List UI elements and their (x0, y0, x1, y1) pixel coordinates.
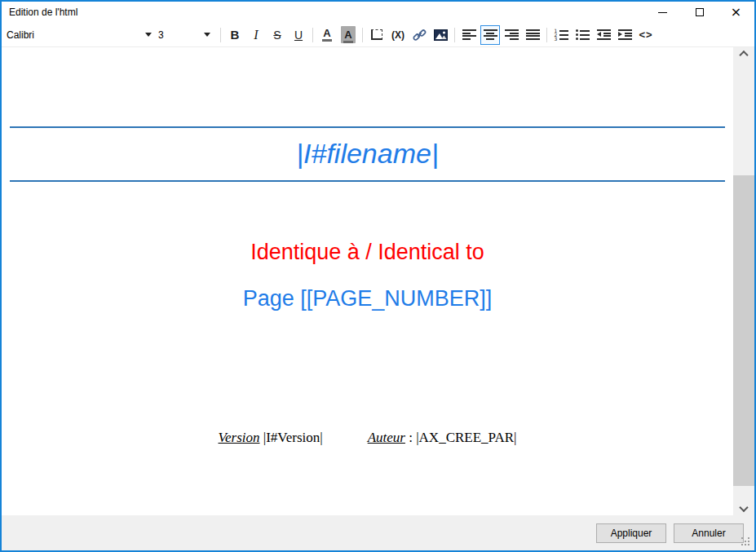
identical-text: Identique à / Identical to (10, 239, 725, 265)
bold-icon: B (231, 28, 240, 42)
bold-button[interactable]: B (225, 25, 245, 45)
author-value: |AX_CREE_PAR| (416, 430, 516, 445)
underline-icon: U (294, 29, 303, 42)
maximize-icon (696, 8, 704, 16)
scroll-down-button[interactable] (733, 497, 754, 515)
font-color-button[interactable]: A (317, 25, 337, 45)
vertical-scrollbar[interactable] (733, 47, 754, 515)
font-size-value: 3 (158, 29, 164, 41)
scrollbar-thumb[interactable] (733, 175, 754, 486)
unordered-list-icon (576, 29, 590, 40)
dialog-footer: Appliquer Annuler (2, 515, 754, 550)
italic-icon: I (254, 28, 258, 42)
align-center-icon (484, 29, 497, 40)
author-colon: : (405, 430, 416, 445)
filename-placeholder-text: |I#filename| (10, 136, 725, 171)
resize-grip[interactable] (741, 537, 751, 547)
toolbar-separator (454, 28, 455, 42)
align-left-button[interactable] (459, 25, 479, 45)
outdent-button[interactable] (594, 25, 613, 45)
window-title: Edition de l'html (2, 7, 644, 18)
ordered-list-icon: 1 2 3 (555, 29, 568, 40)
unordered-list-button[interactable] (573, 25, 592, 45)
horizontal-rule-top (10, 126, 725, 128)
close-icon: × (731, 6, 741, 19)
insert-field-button[interactable]: (X) (388, 25, 408, 45)
ordered-list-button[interactable]: 1 2 3 (551, 25, 571, 45)
align-left-icon (462, 29, 476, 40)
horizontal-rule-bottom (10, 180, 725, 182)
window-controls: × (644, 2, 754, 23)
scroll-up-button[interactable] (733, 47, 754, 65)
indent-icon (618, 29, 632, 40)
italic-button[interactable]: I (246, 25, 266, 45)
cancel-button[interactable]: Annuler (674, 523, 744, 543)
font-family-value: Calibri (7, 29, 34, 41)
html-editor-canvas[interactable]: |I#filename| Identique à / Identical to … (2, 47, 754, 515)
toolbar-separator (546, 28, 547, 42)
align-right-icon (505, 29, 519, 40)
link-icon (413, 29, 427, 42)
underline-button[interactable]: U (289, 25, 308, 45)
dashed-box-icon (371, 29, 382, 40)
source-code-button[interactable]: <> (636, 25, 656, 45)
html-edit-dialog: Edition de l'html × Calibri 3 B I S U A … (0, 0, 756, 552)
strikethrough-button[interactable]: S (267, 25, 287, 45)
highlight-color-button[interactable]: A (338, 25, 358, 45)
page-number-text: Page [[PAGE_NUMBER]] (10, 285, 725, 311)
version-label: Version (219, 430, 260, 445)
field-x-icon: (X) (391, 29, 405, 41)
author-group: Auteur : |AX_CREE_PAR| (368, 430, 517, 445)
align-right-button[interactable] (502, 25, 521, 45)
chevron-down-icon (145, 33, 152, 37)
insert-link-button[interactable] (409, 25, 429, 45)
minimize-icon (658, 12, 667, 13)
toolbar-separator (220, 28, 221, 42)
minimize-button[interactable] (644, 2, 681, 23)
align-justify-icon (526, 29, 540, 40)
align-justify-button[interactable] (523, 25, 542, 45)
highlight-color-icon: A (341, 26, 355, 43)
chevron-down-icon (204, 33, 210, 37)
align-center-button[interactable] (480, 25, 500, 45)
toolbar-separator (312, 28, 313, 42)
document-content: |I#filename| Identique à / Identical to … (2, 47, 754, 446)
indent-button[interactable] (615, 25, 634, 45)
maximize-button[interactable] (681, 2, 718, 23)
author-label: Auteur (368, 430, 405, 445)
version-value: |I#Version| (260, 430, 323, 445)
formatting-toolbar: Calibri 3 B I S U A A (X) (2, 23, 754, 47)
apply-button[interactable]: Appliquer (596, 523, 666, 543)
insert-image-button[interactable] (431, 25, 450, 45)
outdent-icon (597, 29, 611, 40)
version-author-line: Version |I#Version|Auteur : |AX_CREE_PAR… (10, 430, 725, 446)
chevron-down-icon (739, 503, 748, 512)
strikethrough-icon: S (273, 29, 281, 42)
chevron-up-icon (739, 51, 748, 60)
font-color-icon: A (322, 28, 331, 42)
source-code-icon: <> (639, 29, 652, 41)
font-size-select[interactable]: 3 (158, 26, 217, 44)
font-family-select[interactable]: Calibri (7, 26, 158, 44)
border-box-button[interactable] (367, 25, 387, 45)
titlebar[interactable]: Edition de l'html × (2, 2, 754, 23)
image-icon (434, 29, 448, 41)
toolbar-separator (362, 28, 363, 42)
close-button[interactable]: × (718, 2, 754, 23)
